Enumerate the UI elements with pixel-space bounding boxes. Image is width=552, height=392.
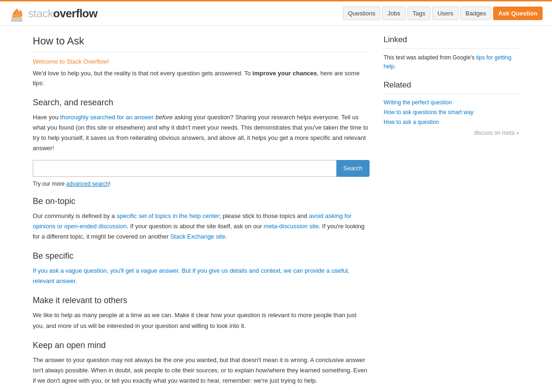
section-specific-body: If you ask a vague question, you'll get … bbox=[33, 266, 370, 286]
list-item: How to ask questions the smart way bbox=[384, 109, 519, 116]
sidebar-linked-text: This text was adapted from Google's tips… bbox=[384, 53, 519, 71]
related-link-1[interactable]: Writing the perfect question bbox=[384, 99, 452, 106]
header: stackoverflow Questions Jobs Tags Users … bbox=[0, 0, 552, 26]
list-item: Writing the perfect question bbox=[384, 99, 519, 106]
section-openmind-body: The answer to your question may not alwa… bbox=[33, 355, 370, 386]
related-link-2[interactable]: How to ask questions the smart way bbox=[384, 109, 473, 116]
logo-text: stackoverflow bbox=[28, 7, 97, 20]
content-wrap: How to Ask Welcome to Stack Overflow! We… bbox=[19, 26, 533, 392]
main-content: How to Ask Welcome to Stack Overflow! We… bbox=[33, 35, 370, 392]
intro-bold: improve your chances bbox=[253, 70, 317, 77]
search-input[interactable] bbox=[33, 160, 336, 177]
discuss-meta-link[interactable]: discuss on meta » bbox=[474, 130, 519, 136]
svg-rect-1 bbox=[11, 20, 22, 22]
logo[interactable]: stackoverflow bbox=[9, 5, 97, 22]
exclaim: ! bbox=[52, 145, 54, 152]
section-specific-heading: Be specific bbox=[33, 251, 370, 261]
nav-badges[interactable]: Badges bbox=[460, 7, 491, 20]
section-search-heading: Search, and research bbox=[33, 98, 370, 108]
meta-discussion-link[interactable]: meta-discussion site bbox=[264, 223, 319, 230]
stack-exchange-link[interactable]: Stack Exchange site bbox=[170, 233, 225, 240]
thoroughly-searched-link[interactable]: thoroughly searched for an answer bbox=[60, 114, 154, 121]
section-search-body: Have you thoroughly searched for an answ… bbox=[33, 112, 370, 153]
section-ontopic-body: Our community is defined by a specific s… bbox=[33, 211, 370, 242]
main-nav: Questions Jobs Tags Users Badges Ask Que… bbox=[343, 7, 543, 20]
sidebar-related-links: Writing the perfect question How to ask … bbox=[384, 99, 519, 125]
nav-questions[interactable]: Questions bbox=[343, 7, 381, 20]
section-relevant-heading: Make it relevant to others bbox=[33, 296, 370, 305]
advanced-search-link[interactable]: advanced search bbox=[66, 181, 109, 187]
section-openmind-heading: Keep an open mind bbox=[33, 341, 370, 350]
nav-tags[interactable]: Tags bbox=[407, 7, 430, 20]
page-title: How to Ask bbox=[33, 35, 370, 52]
nav-jobs[interactable]: Jobs bbox=[382, 7, 405, 20]
logo-icon bbox=[9, 5, 24, 22]
search-wrap: Search bbox=[33, 160, 370, 177]
list-item: How to ask a question bbox=[384, 118, 519, 125]
help-center-link[interactable]: specific set of topics in the help cente… bbox=[116, 212, 219, 219]
intro-text: We'd love to help you, but the reality i… bbox=[33, 69, 370, 88]
sidebar-related-title: Related bbox=[384, 80, 519, 94]
svg-rect-0 bbox=[11, 18, 22, 20]
advanced-search-text: Try our more advanced search! bbox=[33, 181, 370, 187]
you-italic: you bbox=[268, 134, 278, 141]
section-ontopic-heading: Be on-topic bbox=[33, 196, 370, 206]
sidebar-related-box: Related Writing the perfect question How… bbox=[384, 80, 519, 136]
sidebar: Linked This text was adapted from Google… bbox=[384, 35, 519, 392]
search-button[interactable]: Search bbox=[336, 160, 370, 177]
willing-text: willing bbox=[192, 322, 208, 329]
nav-users[interactable]: Users bbox=[432, 7, 458, 20]
discuss-meta: discuss on meta » bbox=[384, 129, 519, 136]
vague-question-link[interactable]: If you ask a vague question, you'll get … bbox=[33, 267, 349, 284]
tips-getting-help-link[interactable]: tips for getting help bbox=[384, 54, 511, 70]
sidebar-linked-title: Linked bbox=[384, 35, 519, 49]
related-link-3[interactable]: How to ask a question bbox=[384, 119, 439, 125]
before-italic: before bbox=[155, 114, 173, 121]
nav-ask-question[interactable]: Ask Question bbox=[493, 7, 543, 20]
welcome-text: Welcome to Stack Overflow! bbox=[33, 58, 370, 65]
section-relevant-body: We like to help as many people at a time… bbox=[33, 310, 370, 331]
sidebar-linked-box: Linked This text was adapted from Google… bbox=[384, 35, 519, 71]
thoroughly-searched-text: thoroughly searched for an answer bbox=[60, 114, 154, 121]
